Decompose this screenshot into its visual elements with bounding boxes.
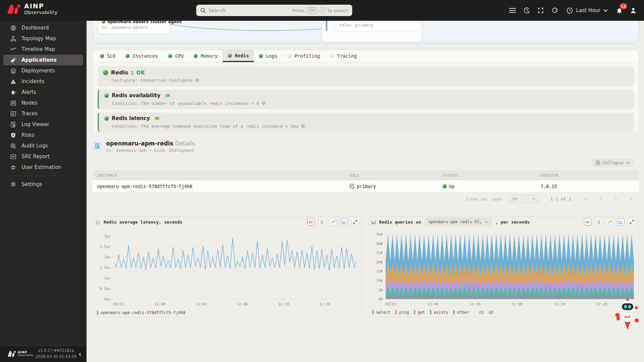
dark-mode-icon[interactable]: [521, 4, 533, 16]
menu-icon[interactable]: [506, 4, 519, 16]
legend-item[interactable]: openmaru-apm-redis-578dfffc75-fj4h8: [97, 310, 185, 315]
sidebar-item-user-estimation[interactable]: User Estimation: [3, 162, 83, 173]
sidebar-item-timeline-map[interactable]: Timeline Map: [3, 44, 83, 55]
cell-version: 7.0.15: [541, 184, 639, 189]
page-range: 1-1 of 1: [550, 196, 571, 201]
topology-role-card[interactable]: role: primary: [336, 21, 420, 32]
legend-item-select[interactable]: select: [372, 310, 390, 315]
sidebar-item-applications[interactable]: Applications: [3, 55, 83, 65]
show-all-series-icon[interactable]: [479, 310, 484, 314]
tab-slo[interactable]: SLO: [95, 50, 120, 62]
topology-icon: [10, 36, 16, 42]
sidebar-item-deployments[interactable]: Deployments: [3, 65, 83, 76]
table-row[interactable]: openmaru-apm-redis-578dfffc75-fj4h8 prim…: [93, 180, 639, 192]
tab-logs[interactable]: Logs: [254, 50, 282, 62]
rule-gear-icon[interactable]: ⚙: [301, 123, 305, 129]
sidebar-item-alerts[interactable]: Alerts: [3, 87, 83, 98]
tab-tracing[interactable]: Tracing: [325, 50, 362, 62]
node-role: role: primary: [339, 22, 416, 27]
tab-profiling[interactable]: Profiling: [282, 50, 325, 62]
chevron-down-icon: [485, 221, 488, 223]
svg-text:11:40: 11:40: [154, 302, 165, 306]
svg-text:0#: 0#: [378, 297, 383, 301]
tab-redis[interactable]: Redis: [223, 50, 254, 62]
next-page-button[interactable]: [608, 196, 623, 201]
col-role: ROLE: [350, 173, 442, 178]
topology-node-card[interactable]: openmaru observ cluster agent ns: openma…: [98, 21, 169, 34]
previous-page-button[interactable]: [593, 196, 608, 201]
fullscreen-icon[interactable]: [535, 4, 547, 16]
rocket-icon: [10, 57, 16, 63]
refresh-icon[interactable]: [549, 4, 561, 16]
chart-type-button[interactable]: [340, 218, 348, 226]
hide-all-series-icon[interactable]: [488, 310, 494, 314]
user-icon[interactable]: [627, 4, 639, 16]
status-dot: [104, 94, 109, 98]
sidebar-item-dashboard[interactable]: Dashboard: [3, 22, 83, 33]
assistant-mascot[interactable]: [613, 298, 642, 335]
collapse-sidebar-icon[interactable]: ‹: [78, 350, 81, 358]
version-number: v1.0.2 | #672161a: [33, 348, 78, 354]
sidebar-item-traces[interactable]: Traces: [3, 108, 83, 119]
svg-text:0µs: 0µs: [104, 297, 111, 301]
legend-item-other[interactable]: other: [453, 310, 469, 315]
sidebar-item-nodes[interactable]: Nodes: [3, 98, 83, 108]
logo-mark-icon: [7, 3, 21, 15]
time-range-selector[interactable]: Last Hour: [563, 7, 611, 14]
latency-plot-area[interactable]: 0µs0.5µs1µs1.5µs2µs2.5µs3µs03/3111:4011:…: [95, 227, 360, 308]
audit-magnifier-icon: [10, 143, 16, 149]
ai-analyze-button[interactable]: AI: [307, 218, 315, 226]
items-per-page-label: Items per page:: [465, 196, 504, 201]
collapse-button[interactable]: Collapse: [591, 159, 634, 167]
tab-instances[interactable]: Instances: [120, 50, 163, 62]
server-icon: [10, 100, 16, 106]
pagination: Items per page: 50 1-1 of 1: [93, 192, 639, 205]
chart-type-button[interactable]: [617, 218, 625, 226]
col-instance: INSTANCE: [93, 173, 350, 178]
shield-icon: [10, 132, 16, 138]
sidebar-item-topology-map[interactable]: Topology Map: [3, 33, 83, 44]
legend-item-ping[interactable]: ping: [395, 310, 409, 315]
search-input[interactable]: [209, 8, 290, 13]
trend-button[interactable]: [329, 218, 337, 226]
sidebar-item-log-viewer[interactable]: Log Viewer: [3, 119, 83, 130]
expand-chart-button[interactable]: [352, 218, 359, 226]
rule-condition: Condition: The average command execution…: [112, 124, 299, 129]
rule-gear-icon[interactable]: ⚙: [261, 101, 266, 106]
items-per-page-select[interactable]: 50: [508, 194, 539, 203]
traces-icon: [10, 111, 16, 117]
rule-title: Redis availability: [112, 93, 160, 99]
tab-cpu[interactable]: CPU: [163, 50, 189, 62]
notifications-button[interactable]: 13: [613, 4, 625, 16]
tab-memory[interactable]: Memory: [189, 50, 223, 62]
svg-text:10#: 10#: [376, 279, 383, 283]
queries-plot-area[interactable]: 0#5#10#15#20#25#30#35#03/3111:4011:5012:…: [370, 227, 637, 308]
svg-text:03/31: 03/31: [113, 302, 124, 306]
instance-select[interactable]: openmaru-apm-redis-57…: [425, 218, 491, 226]
legend-item-get[interactable]: get: [414, 310, 425, 315]
first-page-button[interactable]: [579, 196, 593, 201]
last-page-button[interactable]: [623, 196, 638, 201]
view-logs-button[interactable]: [318, 218, 326, 226]
configure-gear-icon[interactable]: ⚙: [195, 77, 200, 83]
expand-chart-button[interactable]: [628, 218, 636, 226]
details-label: Details: [175, 140, 195, 147]
sidebar-item-risks[interactable]: Risks: [3, 130, 83, 140]
trend-button[interactable]: [606, 218, 613, 226]
logo-subtitle: Observability: [24, 10, 57, 15]
global-search[interactable]: Press Ctrl / to search: [196, 5, 352, 16]
topology-group-accent-bar: [326, 21, 327, 31]
sidebar-item-settings[interactable]: ⚙ Settings: [3, 179, 83, 190]
footer-logo: AINPObservability: [7, 350, 33, 357]
topbar: AINP Observability Press Ctrl / to searc…: [0, 0, 644, 21]
svg-text:3µs: 3µs: [104, 234, 111, 238]
app-logo: AINP Observability: [7, 3, 57, 15]
svg-text:35#: 35#: [376, 232, 383, 237]
legend-label: openmaru-apm-redis-578dfffc75-fj4h8: [101, 310, 185, 315]
sidebar-item-incidents[interactable]: Incidents: [3, 76, 83, 87]
ai-analyze-button[interactable]: AI: [584, 218, 591, 226]
view-logs-button[interactable]: [595, 218, 602, 226]
legend-item-exists[interactable]: exists: [430, 310, 448, 315]
sidebar-item-sre-report[interactable]: SRE Report: [3, 151, 83, 162]
sidebar-item-audit-logs[interactable]: Audit Logs: [3, 140, 83, 151]
